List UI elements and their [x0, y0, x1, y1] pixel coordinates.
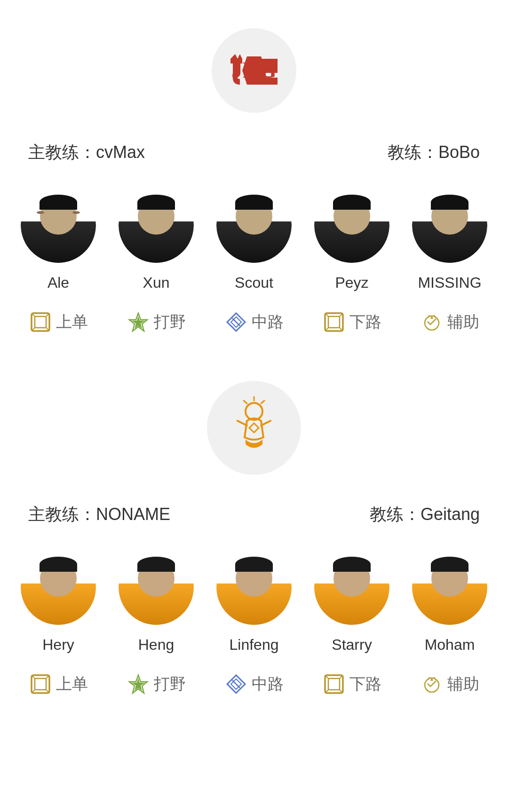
team1-roles-row: 上单 打野 中路	[0, 296, 508, 353]
bot-icon-team2	[322, 672, 346, 696]
head-coach-name: cvMax	[96, 142, 145, 162]
player-hery-name: Hery	[42, 636, 74, 654]
svg-point-21	[246, 403, 262, 420]
player-linfeng: Linfeng	[212, 550, 296, 654]
role-mid-team2: 中路	[224, 672, 284, 696]
player-peyz-name: Peyz	[335, 274, 368, 292]
team1-logo-icon: JDG	[226, 52, 282, 89]
mid-label-team1: 中路	[252, 311, 284, 333]
svg-rect-27	[35, 678, 46, 690]
team2-players-row: Hery Heng Linfeng	[0, 536, 508, 658]
top-icon	[29, 310, 52, 334]
player-peyz: Peyz	[310, 188, 394, 292]
mid-icon	[224, 310, 248, 334]
player-xun-name: Xun	[143, 274, 170, 292]
team1-head-coach: 主教练：cvMax	[28, 141, 145, 164]
team2-coaches-row: 主教练：NONAME 教练：Geitang	[0, 494, 508, 536]
head-coach-label: 主教练：	[28, 142, 96, 162]
svg-rect-36	[328, 678, 340, 690]
team2-coach: 教练：Geitang	[370, 503, 480, 526]
team2-coach-name: Geitang	[421, 505, 480, 524]
svg-rect-16	[328, 316, 340, 328]
svg-rect-7	[35, 316, 46, 328]
player-hery: Hery	[16, 550, 101, 654]
team2-roles-row: 上单 打野 中路	[0, 658, 508, 724]
top-label-team1: 上单	[56, 311, 88, 333]
player-starry-photo	[314, 550, 389, 625]
jungle-label-team2: 打野	[154, 673, 186, 695]
role-mid-team1: 中路	[224, 310, 284, 334]
player-hery-photo	[21, 550, 96, 625]
player-xun: Xun	[114, 188, 198, 292]
team1-coaches-row: 主教练：cvMax 教练：BoBo	[0, 132, 508, 173]
player-missing: MISSING	[407, 188, 492, 292]
coach-name: BoBo	[438, 142, 480, 162]
jungle-icon-team2	[127, 672, 150, 696]
team1-coach: 教练：BoBo	[388, 141, 480, 164]
player-scout-photo	[216, 188, 292, 263]
player-starry: Starry	[310, 550, 394, 654]
player-heng-photo	[119, 550, 194, 625]
bot-icon	[322, 310, 346, 334]
mid-label-team2: 中路	[252, 673, 284, 695]
team2-head-coach: 主教练：NONAME	[28, 503, 170, 526]
mid-icon-team2	[224, 672, 248, 696]
team1-logo-area: JDG	[0, 0, 508, 132]
player-ale-photo	[21, 188, 96, 263]
team1-players-row: Ale Xun Scout	[0, 173, 508, 296]
player-scout: Scout	[212, 188, 296, 292]
support-label-team2: 辅助	[447, 673, 479, 695]
coach-label: 教练：	[388, 142, 438, 162]
team2-logo-circle	[207, 381, 301, 475]
svg-line-24	[244, 401, 247, 403]
player-xun-photo	[119, 188, 194, 263]
top-label-team2: 上单	[56, 673, 88, 695]
team1-logo-circle: JDG	[212, 28, 296, 113]
support-icon-team2	[420, 672, 444, 696]
role-bot-team1: 下路	[322, 310, 381, 334]
player-starry-name: Starry	[332, 636, 372, 654]
player-linfeng-name: Linfeng	[230, 636, 279, 654]
player-ale-name: Ale	[48, 274, 69, 292]
team2-coach-label: 教练：	[370, 505, 421, 524]
top-icon-team2	[29, 672, 52, 696]
svg-text:JDG: JDG	[231, 57, 277, 82]
team2-logo-area	[0, 353, 508, 494]
player-ale: Ale	[16, 188, 101, 292]
bot-label-team1: 下路	[349, 311, 381, 333]
role-top-team2: 上单	[29, 672, 88, 696]
player-missing-name: MISSING	[418, 274, 481, 292]
role-top-team1: 上单	[29, 310, 88, 334]
svg-marker-25	[249, 423, 259, 433]
role-bot-team2: 下路	[322, 672, 381, 696]
team2-head-coach-label: 主教练：	[28, 505, 96, 524]
player-peyz-photo	[314, 188, 389, 263]
team2-logo-icon	[221, 395, 287, 461]
team2-section: 主教练：NONAME 教练：Geitang Hery	[0, 494, 508, 724]
jungle-icon	[127, 310, 150, 334]
player-linfeng-photo	[216, 550, 292, 625]
player-scout-name: Scout	[235, 274, 273, 292]
bot-label-team2: 下路	[349, 673, 381, 695]
player-moham: Moham	[407, 550, 492, 654]
team2-head-coach-name: NONAME	[96, 505, 170, 524]
player-missing-photo	[412, 188, 487, 263]
role-jungle-team1: 打野	[127, 310, 186, 334]
team1-section: JDG 主教练：cvMax 教练：BoBo	[0, 0, 508, 353]
svg-line-23	[261, 401, 264, 403]
jungle-label-team1: 打野	[154, 311, 186, 333]
role-support-team2: 辅助	[420, 672, 479, 696]
role-jungle-team2: 打野	[127, 672, 186, 696]
player-heng: Heng	[114, 550, 198, 654]
support-label-team1: 辅助	[447, 311, 479, 333]
player-moham-photo	[412, 550, 487, 625]
player-heng-name: Heng	[138, 636, 175, 654]
support-icon	[420, 310, 444, 334]
role-support-team1: 辅助	[420, 310, 479, 334]
player-moham-name: Moham	[425, 636, 475, 654]
